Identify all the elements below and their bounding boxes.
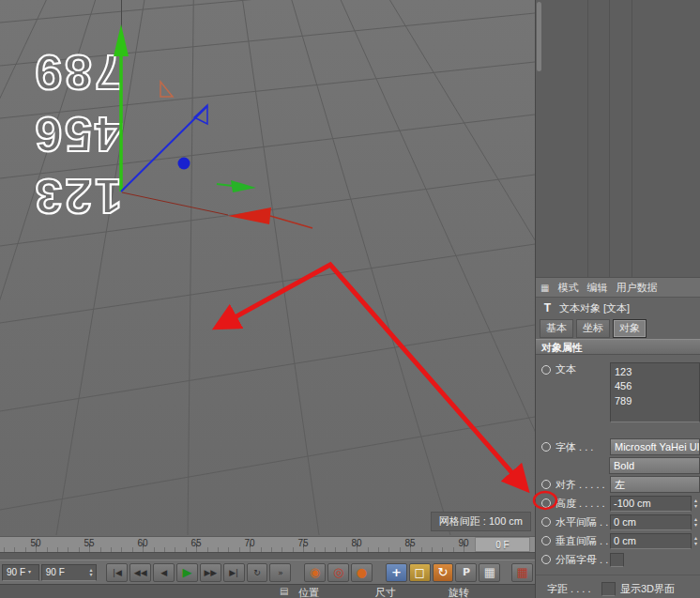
- end-frame-field[interactable]: 90 F ▴▾: [41, 564, 98, 581]
- tab-basic[interactable]: 基本: [540, 319, 573, 338]
- start-frame-field[interactable]: 90 F ▾: [2, 564, 39, 581]
- horizontal-spacing-input[interactable]: 0 cm: [610, 514, 692, 530]
- kerning-label: 字距 . . . .: [547, 582, 601, 596]
- timeline-ruler[interactable]: 50 55 60 65 70 75 80 85 90: [0, 536, 535, 552]
- show-3d-gui-checkbox[interactable]: [601, 582, 616, 596]
- keyframe-dot[interactable]: [541, 555, 551, 564]
- grid-spacing-label: 网格间距 : 100 cm: [431, 512, 531, 531]
- align-dropdown[interactable]: 左: [610, 476, 700, 493]
- separate-letters-checkbox[interactable]: [610, 553, 624, 567]
- font-name-dropdown[interactable]: Microsoft YaHei UI: [610, 438, 700, 455]
- record-position-toggle[interactable]: +: [386, 563, 407, 582]
- text-input-line: 123: [615, 365, 695, 379]
- prev-frame-button[interactable]: ◀: [153, 563, 175, 582]
- attribute-manager-panel: ▦ 模式 编辑 用户数据 T 文本对象 [文本] 基本 坐标 对象 对象属性 文…: [535, 0, 700, 598]
- ruler-tick: 55: [84, 538, 94, 548]
- record-keyframe-button[interactable]: ◉: [304, 563, 326, 582]
- ruler-tick: 85: [404, 538, 415, 548]
- separate-letters-label: 分隔字母 . .: [555, 553, 610, 567]
- scrollbar-thumb[interactable]: [537, 2, 541, 71]
- text3d-line: 123: [11, 165, 122, 227]
- text-input-line: 456: [615, 379, 695, 393]
- menu-edit[interactable]: 编辑: [586, 281, 607, 295]
- ruler-tick: 90: [458, 538, 468, 548]
- font-style-dropdown[interactable]: Bold: [609, 457, 700, 474]
- keyframe-dot[interactable]: [541, 536, 551, 545]
- panel-splitter: [587, 0, 588, 277]
- horizontal-spacing-row: 水平间隔 . . 0 cm ▴▾: [536, 513, 700, 531]
- align-row: 对齐 . . . . . 左: [536, 475, 700, 494]
- ruler-tick: 70: [244, 538, 254, 548]
- play-button[interactable]: ▶: [176, 563, 198, 582]
- vertical-spacing-row: 垂直间隔 . . 0 cm ▴▾: [536, 531, 700, 550]
- menu-mode[interactable]: 模式: [557, 281, 578, 295]
- attribute-rows: 文本 123 456 789 字体 . . . Microsoft YaHei …: [536, 355, 700, 598]
- keyframe-dot[interactable]: [541, 480, 551, 489]
- goto-end-button[interactable]: »: [269, 563, 291, 582]
- keyframe-dot[interactable]: [541, 498, 551, 508]
- height-row: 高度 . . . . . -100 cm ▴▾: [536, 494, 700, 513]
- ruler-tick: 60: [137, 538, 147, 548]
- tab-object[interactable]: 对象: [613, 319, 647, 338]
- spinner-icon[interactable]: ▴▾: [89, 568, 92, 577]
- current-frame-marker[interactable]: 0 F: [475, 537, 530, 552]
- text-object-icon: T: [541, 301, 554, 314]
- kerning-row: 字距 . . . . 显示3D界面: [536, 579, 700, 598]
- grid-icon: ▤: [280, 586, 288, 596]
- next-key-button[interactable]: ▶|: [223, 563, 245, 582]
- spinner-icon[interactable]: ▴▾: [692, 535, 700, 546]
- object-properties-header[interactable]: 对象属性: [536, 339, 700, 355]
- next-frame-button[interactable]: ▶▶: [200, 563, 221, 582]
- object-title-row: T 文本对象 [文本]: [536, 298, 700, 318]
- keyframe-dot[interactable]: [541, 442, 551, 452]
- loop-button[interactable]: ↻: [247, 563, 268, 582]
- height-label: 高度 . . . . .: [555, 497, 610, 511]
- font-style-row: Bold: [536, 456, 700, 475]
- prev-key-button[interactable]: ◀◀: [129, 563, 151, 582]
- ruler-tick: 80: [351, 538, 361, 548]
- record-options-button[interactable]: ●: [351, 563, 373, 582]
- grid-icon: ▦: [540, 283, 549, 293]
- vertical-spacing-label: 垂直间隔 . .: [555, 534, 610, 548]
- start-frame-value: 90 F: [7, 567, 25, 577]
- chevron-down-icon: ▾: [28, 570, 31, 575]
- ruler-tick: 50: [30, 538, 40, 548]
- text-input[interactable]: 123 456 789: [610, 362, 700, 422]
- text-label: 文本: [555, 362, 610, 376]
- motion-mode-button[interactable]: ▦: [511, 563, 533, 582]
- end-frame-value: 90 F: [46, 567, 87, 577]
- goto-start-button[interactable]: |◀: [106, 563, 128, 582]
- attribute-tabs: 基本 坐标 对象: [536, 318, 700, 339]
- 3d-viewport[interactable]: 123 456 789 网格间距 : 100 cm: [0, 0, 535, 536]
- text3d-line: 456: [11, 103, 122, 165]
- ruler-tick: 65: [190, 538, 201, 548]
- record-parameter-toggle[interactable]: P: [455, 563, 477, 582]
- separate-letters-row: 分隔字母 . .: [536, 550, 700, 569]
- panel-splitter: [632, 0, 632, 277]
- record-scale-toggle[interactable]: □: [409, 563, 431, 582]
- record-rotation-toggle[interactable]: ↻: [433, 563, 454, 582]
- timeline-scrollbar[interactable]: [0, 552, 535, 560]
- divider: [536, 575, 700, 575]
- text-object-3d[interactable]: 123 456 789: [11, 41, 122, 227]
- autokey-button[interactable]: ◎: [327, 563, 349, 582]
- text3d-line: 789: [11, 41, 122, 103]
- spinner-icon[interactable]: ▴▾: [692, 516, 700, 528]
- rotation-column-label: 旋转: [449, 586, 469, 598]
- text-row: 文本 123 456 789: [536, 360, 700, 428]
- vertical-spacing-input[interactable]: 0 cm: [610, 533, 692, 549]
- position-column-label: 位置: [298, 586, 319, 598]
- size-column-label: 尺寸: [375, 586, 396, 598]
- font-row: 字体 . . . Microsoft YaHei UI: [536, 437, 700, 456]
- font-label: 字体 . . .: [555, 440, 610, 454]
- record-pla-toggle[interactable]: ▦: [479, 563, 500, 582]
- tab-coordinates[interactable]: 坐标: [576, 319, 610, 338]
- keyframe-dot[interactable]: [541, 365, 551, 375]
- menu-user-data[interactable]: 用户数据: [616, 281, 657, 295]
- panel-splitter: [609, 0, 610, 277]
- attribute-menu-bar: ▦ 模式 编辑 用户数据: [536, 278, 700, 298]
- text-input-line: 789: [615, 394, 695, 408]
- keyframe-dot[interactable]: [541, 517, 551, 527]
- height-input[interactable]: -100 cm: [610, 496, 692, 512]
- spinner-icon[interactable]: ▴▾: [692, 498, 700, 509]
